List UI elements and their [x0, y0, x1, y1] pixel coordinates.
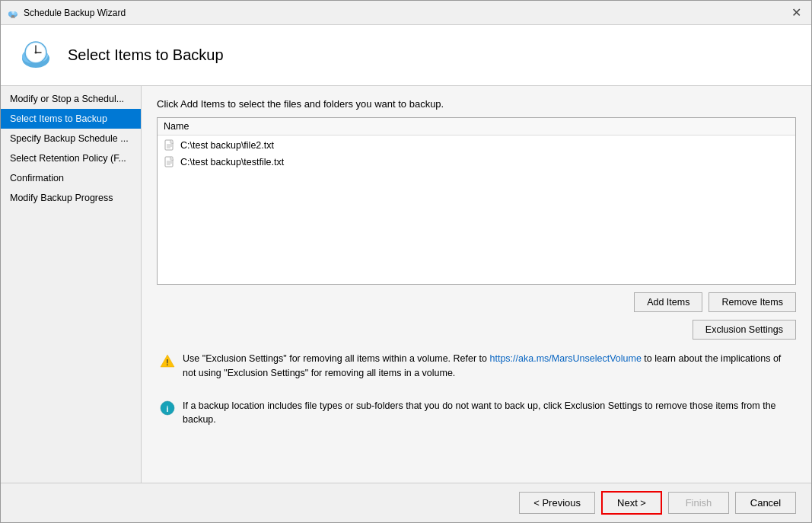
info-text: If a backup location includes file types…	[183, 399, 793, 428]
previous-button[interactable]: < Previous	[519, 492, 595, 514]
title-bar: Schedule Backup Wizard ✕	[1, 1, 811, 25]
next-button[interactable]: Next >	[601, 491, 662, 515]
file-name-1: C:\test backup\file2.txt	[180, 140, 274, 151]
exclusion-button-row: Exclusion Settings	[157, 320, 796, 340]
name-column-header: Name	[164, 121, 189, 132]
sidebar-item-select-retention[interactable]: Select Retention Policy (F...	[1, 148, 141, 168]
info-box: i If a backup location includes file typ…	[157, 399, 796, 428]
svg-text:i: i	[166, 403, 168, 413]
sidebar-item-modify-progress[interactable]: Modify Backup Progress	[1, 188, 141, 208]
instruction-text: Click Add Items to select the files and …	[157, 98, 796, 110]
sidebar: Modify or Stop a Schedul... Select Items…	[1, 86, 142, 483]
warning-link[interactable]: https://aka.ms/MarsUnselectVolume	[489, 353, 641, 364]
warning-text: Use "Exclusion Settings" for removing al…	[183, 352, 793, 381]
exclusion-settings-button[interactable]: Exclusion Settings	[693, 320, 796, 340]
warning-icon: !	[160, 353, 175, 368]
info-icon: i	[160, 400, 175, 416]
svg-text:!: !	[166, 359, 168, 367]
file-item-2[interactable]: C:\test backup\testfile.txt	[158, 154, 795, 171]
header-area: Select Items to Backup	[1, 25, 811, 86]
file-icon-1	[164, 139, 176, 151]
file-icon-2	[164, 156, 176, 168]
footer: < Previous Next > Finish Cancel	[1, 483, 811, 522]
action-buttons: Add Items Remove Items	[157, 292, 796, 312]
svg-point-3	[11, 11, 14, 14]
file-list-body: C:\test backup\file2.txt C:\test backup\…	[158, 136, 795, 172]
add-items-button[interactable]: Add Items	[634, 292, 702, 312]
sidebar-item-select-items[interactable]: Select Items to Backup	[1, 109, 141, 129]
cancel-button[interactable]: Cancel	[735, 492, 796, 514]
warning-box: ! Use "Exclusion Settings" for removing …	[157, 352, 796, 381]
close-button[interactable]: ✕	[787, 4, 805, 22]
main-content: Modify or Stop a Schedul... Select Items…	[1, 86, 811, 483]
window-title: Schedule Backup Wizard	[24, 8, 126, 18]
remove-items-button[interactable]: Remove Items	[709, 292, 796, 312]
header-icon	[16, 36, 56, 75]
finish-button[interactable]: Finish	[668, 492, 729, 514]
svg-rect-5	[11, 17, 15, 18]
content-area: Click Add Items to select the files and …	[142, 86, 811, 483]
title-bar-left: Schedule Backup Wizard	[7, 7, 126, 19]
page-title: Select Items to Backup	[68, 46, 224, 64]
file-name-2: C:\test backup\testfile.txt	[180, 157, 284, 167]
sidebar-item-confirmation[interactable]: Confirmation	[1, 168, 141, 188]
sidebar-item-modify-stop[interactable]: Modify or Stop a Schedul...	[1, 89, 141, 109]
main-window: Schedule Backup Wizard ✕ Select Items to…	[0, 0, 812, 523]
file-list[interactable]: Name C:\test backup\file2.txt	[157, 117, 796, 285]
file-item-1[interactable]: C:\test backup\file2.txt	[158, 137, 795, 154]
sidebar-item-specify-schedule[interactable]: Specify Backup Schedule ...	[1, 129, 141, 148]
file-list-header: Name	[158, 118, 795, 136]
svg-point-13	[35, 51, 37, 53]
app-icon	[7, 7, 19, 19]
